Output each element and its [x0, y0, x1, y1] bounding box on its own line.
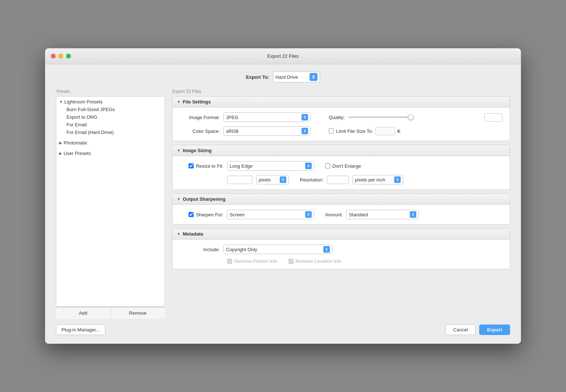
pixels-row: 1,080 pixels Resolution: 72 pixels per i… [180, 175, 502, 184]
dont-enlarge-row: Don't Enlarge [325, 163, 361, 169]
quality-label: Quality: [329, 115, 345, 120]
include-row: Include: Copyright Only [180, 245, 502, 254]
sharpen-checkbox[interactable] [189, 212, 194, 217]
pixels-unit-value: pixels [259, 177, 278, 183]
image-sizing-title: Image Sizing [183, 148, 211, 153]
image-sizing-arrow-icon: ▼ [177, 148, 181, 152]
preset-item-email-hd-label: For Email (Hard Drive) [66, 130, 114, 135]
output-sharpening-title: Output Sharpening [183, 196, 226, 202]
image-sizing-header[interactable]: ▼ Image Sizing [173, 145, 510, 156]
preset-group-photomatix-label: Photomatix [64, 140, 87, 146]
output-sharpening-header[interactable]: ▼ Output Sharpening [173, 194, 510, 205]
preset-item-burn[interactable]: Burn Full-Sized JPEGs [56, 106, 165, 113]
preset-group-photomatix-header[interactable]: ▶ Photomatix [56, 139, 165, 147]
preset-item-email[interactable]: For Email [56, 121, 165, 128]
preset-group-lightroom: ▼ Lightroom Presets Burn Full-Sized JPEG… [56, 97, 165, 138]
output-sharpening-arrow-icon: ▼ [177, 197, 181, 201]
dont-enlarge-label: Don't Enlarge [332, 163, 361, 169]
export-to-value: Hard Drive [275, 74, 307, 80]
remove-person-checkbox [227, 259, 232, 264]
export-to-row: Export To: Hard Drive [56, 72, 510, 82]
include-label: Include: [180, 247, 220, 252]
remove-location-row: Remove Location Info [288, 258, 341, 264]
limit-size-field[interactable]: 100 [375, 127, 395, 135]
add-preset-button[interactable]: Add [56, 307, 111, 319]
image-sizing-section: ▼ Image Sizing Resize to Fit: Long Edge [172, 145, 510, 190]
pixels-field[interactable]: 1,080 [227, 176, 252, 184]
maximize-button[interactable] [66, 54, 71, 58]
dont-enlarge-checkbox[interactable] [325, 163, 330, 168]
remove-person-row: Remove Person Info [227, 258, 278, 264]
resolution-unit-select[interactable]: pixels per inch [352, 175, 403, 184]
right-buttons: Cancel Export [445, 324, 510, 335]
color-space-spinner-icon [302, 128, 308, 134]
resize-select[interactable]: Long Edge [227, 161, 314, 171]
sharpen-checkbox-row: Sharpen For: [180, 212, 223, 217]
image-format-row: Image Format: JPEG Quality: 100 [180, 113, 502, 122]
right-panel: Export 22 Files ▼ File Settings Image Fo… [165, 89, 510, 273]
arrow-right-icon: ▶ [59, 141, 62, 145]
plugin-manager-button[interactable]: Plug-in Manager... [56, 324, 105, 335]
resize-row: Resize to Fit: Long Edge Don't Enlarge [180, 161, 502, 171]
preset-group-user-header[interactable]: ▶ User Presets [56, 150, 165, 157]
image-format-label: Image Format: [180, 115, 220, 120]
preset-item-dng-label: Export to DNG [66, 114, 97, 120]
titlebar: Export 22 Files [45, 48, 521, 64]
quality-value-field[interactable]: 100 [484, 113, 502, 122]
resize-label: Resize to Fit: [196, 163, 223, 169]
right-panel-label: Export 22 Files [172, 89, 510, 94]
export-to-select[interactable]: Hard Drive [273, 72, 320, 82]
arrow-right2-icon: ▶ [59, 151, 62, 155]
color-space-row: Color Space: sRGB Limit File Size To: 10… [180, 126, 502, 136]
amount-select[interactable]: Standard [346, 210, 419, 219]
remove-info-row: Remove Person Info Remove Location Info [180, 258, 502, 264]
amount-spinner-icon [410, 211, 416, 218]
window-title: Export 22 Files [267, 53, 299, 59]
quality-slider[interactable] [348, 117, 414, 118]
traffic-lights [51, 54, 71, 58]
export-dialog: Export 22 Files Export To: Hard Drive Pr… [45, 48, 521, 344]
sharpen-label: Sharpen For: [196, 212, 223, 217]
metadata-header[interactable]: ▼ Metadata [173, 229, 510, 240]
include-select[interactable]: Copyright Only [223, 245, 332, 254]
sharpen-select[interactable]: Screen [227, 210, 314, 219]
cancel-button[interactable]: Cancel [445, 324, 475, 335]
bottom-bar: Plug-in Manager... Cancel Export [56, 319, 510, 335]
preset-group-user-label: User Presets [64, 151, 91, 156]
file-settings-section: ▼ File Settings Image Format: JPEG [172, 96, 510, 141]
left-panel: Preset: ▼ Lightroom Presets Burn Full-Si… [56, 89, 165, 319]
remove-person-label: Remove Person Info [234, 258, 278, 264]
resize-checkbox-row: Resize to Fit: [180, 163, 223, 169]
resolution-label: Resolution: [300, 177, 323, 183]
remove-location-label: Remove Location Info [296, 258, 341, 264]
preset-label: Preset: [56, 89, 165, 94]
output-sharpening-section: ▼ Output Sharpening Sharpen For: Screen [172, 193, 510, 225]
resolution-field[interactable]: 72 [327, 176, 349, 184]
close-button[interactable] [51, 54, 56, 58]
sharpen-value: Screen [230, 212, 304, 217]
export-button[interactable]: Export [479, 324, 510, 335]
resize-value: Long Edge [230, 163, 304, 169]
minimize-button[interactable] [58, 54, 63, 58]
file-settings-body: Image Format: JPEG Quality: 100 [173, 107, 510, 141]
preset-item-dng[interactable]: Export to DNG [56, 113, 165, 121]
preset-group-user: ▶ User Presets [56, 148, 165, 159]
remove-preset-button[interactable]: Remove [111, 307, 165, 319]
preset-item-email-hd[interactable]: For Email (Hard Drive) [56, 128, 165, 136]
preset-group-lightroom-header[interactable]: ▼ Lightroom Presets [56, 98, 165, 106]
preset-item-email-label: For Email [66, 122, 87, 127]
image-format-select[interactable]: JPEG [223, 113, 311, 122]
color-space-label: Color Space: [180, 128, 220, 134]
color-space-select[interactable]: sRGB [223, 126, 311, 136]
file-settings-header[interactable]: ▼ File Settings [173, 97, 510, 107]
quality-row: Quality: 100 [314, 113, 502, 122]
image-format-value: JPEG [226, 115, 300, 120]
metadata-body: Include: Copyright Only Remove Person In… [173, 240, 510, 269]
file-settings-title: File Settings [183, 99, 211, 105]
pixels-unit-select[interactable]: pixels [256, 175, 289, 184]
include-spinner-icon [323, 246, 330, 253]
limit-size-checkbox[interactable] [329, 128, 334, 134]
quality-slider-container [348, 117, 481, 118]
include-value: Copyright Only [226, 247, 322, 252]
resize-checkbox[interactable] [189, 163, 194, 168]
